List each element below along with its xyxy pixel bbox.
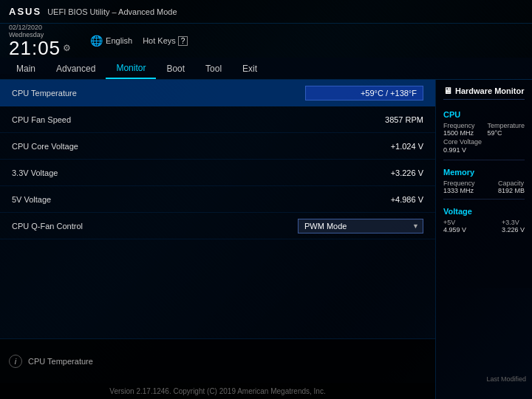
hw-mem-cap-value: 8192 MB (498, 187, 525, 194)
hw-core-voltage-label: Core Voltage (443, 138, 525, 146)
hw-cpu-section: CPU (443, 110, 525, 119)
nav-item-monitor[interactable]: Monitor (106, 58, 156, 79)
hw-memory-section: Memory (443, 168, 525, 177)
copyright-bar: Version 2.17.1246. Copyright (C) 2019 Am… (0, 383, 435, 399)
monitor-icon: 🖥 (443, 86, 452, 96)
monitor-table: CPU Temperature +59°C / +138°F CPU Fan S… (0, 80, 435, 239)
hw-mem-freq-label: Frequency (443, 180, 475, 187)
hw-mem-freq-cap-row: Frequency 1333 MHz Capacity 8192 MB (443, 180, 525, 194)
voltage-5v-label: 5V Voltage (12, 195, 305, 204)
hw-divider-2 (443, 199, 525, 200)
qfan-control-select[interactable]: PWM Mode DC Mode Disabled (298, 219, 423, 233)
hardware-monitor-panel: 🖥 Hardware Monitor CPU Frequency 1500 MH… (436, 80, 532, 399)
cpu-temperature-label: CPU Temperature (12, 89, 305, 98)
bios-title: UEFI BIOS Utility – Advanced Mode (47, 7, 523, 16)
cpu-fan-speed-label: CPU Fan Speed (12, 115, 305, 124)
globe-icon: 🌐 (90, 35, 103, 47)
asus-logo: ASUS (9, 6, 41, 17)
hotkeys-key[interactable]: ? (178, 36, 188, 46)
hw-mem-cap-label: Capacity (498, 180, 525, 187)
hw-mem-freq-value: 1333 MHz (443, 187, 475, 194)
cpu-core-voltage-value: +1.024 V (305, 142, 423, 151)
hw-cpu-freq-value: 1500 MHz (443, 129, 475, 137)
table-row[interactable]: CPU Core Voltage +1.024 V (0, 133, 435, 160)
nav-item-exit[interactable]: Exit (232, 58, 267, 79)
time-display: 21:05 (9, 38, 61, 58)
hw-cpu-temp-value: 59°C (487, 129, 525, 137)
cpu-temperature-value: +59°C / +138°F (305, 86, 423, 100)
language-selector[interactable]: 🌐 English (90, 35, 132, 47)
table-row[interactable]: 5V Voltage +4.986 V (0, 186, 435, 213)
navigation-bar: Main Advanced Monitor Boot Tool Exit (0, 58, 532, 80)
hw-monitor-title: 🖥 Hardware Monitor (443, 86, 525, 100)
hw-v33-value: 3.226 V (502, 226, 525, 233)
status-bar: i CPU Temperature (0, 338, 435, 383)
nav-item-boot[interactable]: Boot (156, 58, 195, 79)
hw-v33-label: +3.3V (502, 219, 525, 226)
cpu-core-voltage-label: CPU Core Voltage (12, 142, 305, 151)
nav-item-main[interactable]: Main (6, 58, 46, 79)
cpu-qfan-label: CPU Q-Fan Control (12, 222, 298, 231)
hw-cpu-freq-temp-row: Frequency 1500 MHz Temperature 59°C (443, 122, 525, 137)
table-row[interactable]: CPU Q-Fan Control PWM Mode DC Mode Disab… (0, 213, 435, 239)
copyright-text: Version 2.17.1246. Copyright (C) 2019 Am… (109, 387, 325, 395)
cpu-fan-speed-value: 3857 RPM (305, 115, 423, 124)
info-icon: i (9, 355, 22, 368)
hw-volt-row: +5V 4.959 V +3.3V 3.226 V (443, 219, 525, 233)
hw-core-voltage-value: 0.991 V (443, 146, 525, 154)
date-display: 02/12/2020 Wednesday (9, 24, 71, 38)
table-row[interactable]: 3.3V Voltage +3.226 V (0, 160, 435, 186)
voltage-33-label: 3.3V Voltage (12, 168, 305, 177)
last-modified-label: Last Modified (486, 375, 526, 383)
hw-cpu-temp-label: Temperature (487, 122, 525, 129)
hw-voltage-section: Voltage (443, 207, 525, 216)
hw-v5-value: 4.959 V (443, 226, 466, 233)
nav-item-tool[interactable]: Tool (195, 58, 232, 79)
language-label: English (106, 36, 132, 45)
settings-icon[interactable]: ⚙ (63, 43, 71, 53)
table-row[interactable]: CPU Fan Speed 3857 RPM (0, 106, 435, 133)
voltage-33-value: +3.226 V (305, 168, 423, 177)
footer-description: CPU Temperature (28, 357, 93, 366)
nav-item-advanced[interactable]: Advanced (46, 58, 106, 79)
table-row[interactable]: CPU Temperature +59°C / +138°F (0, 80, 435, 106)
hw-cpu-freq-label: Frequency (443, 122, 475, 129)
hw-divider-1 (443, 160, 525, 160)
hotkeys-block: Hot Keys ? (143, 36, 188, 45)
hw-v5-label: +5V (443, 219, 466, 226)
qfan-select-wrapper[interactable]: PWM Mode DC Mode Disabled (298, 219, 423, 233)
voltage-5v-value: +4.986 V (305, 195, 423, 204)
